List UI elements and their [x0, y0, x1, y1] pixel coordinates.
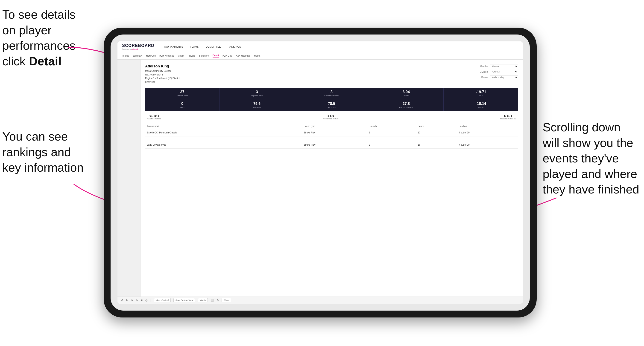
player-year: First Year: [145, 80, 180, 84]
stat-regional-rank: 3 Regional Rank: [220, 88, 294, 99]
toolbar-save-custom[interactable]: Save Custom View: [174, 298, 195, 302]
toolbar-view-original[interactable]: View: Original: [154, 298, 171, 302]
stat-wins: 0 Wins: [145, 99, 220, 111]
record-overall: 91-20-1 Overall Record: [148, 114, 161, 120]
stat-adj-score: 78.5 Adj Score: [294, 99, 369, 111]
player-info: Addison King Mesa Community College NJCA…: [145, 64, 180, 84]
player-label: Player: [477, 76, 488, 79]
event-type-2: [302, 136, 367, 141]
rounds-2: [367, 136, 416, 141]
stat-national-rank: 37 National Rank: [145, 88, 220, 99]
left-sidebar: [118, 60, 140, 297]
stat-sos-label: SoS: [446, 95, 516, 97]
annotation-right: Scrolling down will show you the events …: [543, 120, 640, 197]
score-3: 16: [416, 141, 457, 149]
division-label: Division: [477, 71, 488, 73]
stat-avg-sg-value: -10.14: [446, 102, 516, 106]
annotation-bottomleft: You can see rankings and key information: [2, 129, 90, 175]
logo-powered: Powered by clippd: [122, 48, 154, 50]
col-tournament: Tournament: [145, 124, 286, 129]
stat-avg-score-par-label: Avg Score to Par: [371, 106, 442, 108]
stat-wins-value: 0: [147, 102, 218, 106]
player-division: NJCAA Division 1: [145, 73, 180, 77]
records-row: 91-20-1 Overall Record 1-5-0 Record vs t…: [145, 114, 518, 120]
score-1: 17: [416, 129, 457, 136]
tablet-shell: SCOREBOARD Powered by clippd TOURNAMENTS…: [104, 28, 537, 318]
main-content: Addison King Mesa Community College NJCA…: [118, 60, 523, 297]
gender-select[interactable]: Women: [490, 64, 518, 68]
record-top50: 5-11-1 Record vs top 50: [500, 114, 516, 120]
nav-committee[interactable]: COMMITTEE: [206, 44, 221, 49]
stat-avg-score: 79.6 Avg Score: [220, 99, 294, 111]
subnav-teams[interactable]: Teams: [122, 54, 129, 58]
subnav-summary[interactable]: Summary: [132, 54, 142, 58]
subnav-h2h-grid2[interactable]: H2H Grid: [222, 54, 232, 58]
toolbar-grid[interactable]: ⊞: [140, 299, 142, 302]
col-empty: [286, 124, 302, 129]
tournament-name-2: [145, 136, 286, 141]
stat-national-rank-label: National Rank: [147, 95, 218, 97]
stat-avg-sg: -10.14 Avg SG: [444, 99, 518, 111]
top-nav: SCOREBOARD Powered by clippd TOURNAMENTS…: [118, 41, 523, 52]
player-college: Mesa Community College: [145, 69, 180, 73]
stat-avg-score-label: Avg Score: [222, 106, 292, 108]
toolbar-zoom-out[interactable]: ⊖: [136, 299, 138, 302]
logo-area: SCOREBOARD Powered by clippd: [122, 43, 154, 50]
toolbar-watch[interactable]: Watch: [198, 298, 208, 302]
subnav-h2h-heatmap2[interactable]: H2H Heatmap: [236, 54, 250, 58]
subnav-matrix[interactable]: Matrix: [178, 54, 184, 58]
position-1: 4 out of 20: [457, 129, 518, 136]
stat-national-rank-value: 37: [147, 90, 218, 94]
tournament-detail-3: [286, 141, 302, 149]
stat-sos: -19.71 SoS: [444, 88, 518, 99]
subnav-matrix2[interactable]: Matrix: [254, 54, 260, 58]
gender-control: Gender Women: [477, 64, 518, 68]
stat-regional-rank-label: Regional Rank: [222, 95, 292, 97]
tournament-name-3: Lady Coyote Invite: [145, 141, 286, 149]
col-score: Score: [416, 124, 457, 129]
record-overall-label: Overall Record: [148, 118, 161, 120]
tablet-screen: SCOREBOARD Powered by clippd TOURNAMENTS…: [118, 41, 523, 304]
subnav-summary2[interactable]: Summary: [199, 54, 209, 58]
nav-tournaments[interactable]: TOURNAMENTS: [164, 44, 183, 49]
toolbar-timer[interactable]: ◎: [145, 299, 148, 302]
sub-nav: Teams Summary H2H Grid H2H Heatmap Matri…: [118, 52, 523, 60]
record-top50-label: Record vs top 50: [500, 118, 516, 120]
record-top25-value: 1-5-0: [323, 114, 338, 118]
separator-1: |: [150, 299, 151, 302]
toolbar-screen[interactable]: ⬜: [210, 299, 214, 302]
toolbar-redo[interactable]: ↻: [126, 299, 128, 302]
subnav-h2h-grid[interactable]: H2H Grid: [146, 54, 156, 58]
tournament-detail-1: [286, 129, 302, 136]
player-control: Player Addison King: [477, 75, 518, 79]
annotation-bold: Detail: [29, 54, 62, 68]
nav-rankings[interactable]: RANKINGS: [228, 44, 241, 49]
player-select[interactable]: Addison King: [490, 75, 518, 79]
toolbar-settings[interactable]: ⚙: [216, 299, 219, 302]
stat-avg-score-par-value: 27.8: [371, 102, 442, 106]
subnav-players[interactable]: Players: [188, 54, 195, 58]
record-top25: 1-5-0 Record vs top 25: [323, 114, 338, 120]
player-name: Addison King: [145, 64, 180, 68]
toolbar-undo[interactable]: ↺: [121, 299, 123, 302]
stat-conference-rank: 3 Conference Rank: [294, 88, 369, 99]
subnav-detail[interactable]: Detail: [212, 54, 219, 58]
toolbar-share[interactable]: Share: [222, 298, 231, 302]
position-2: [457, 136, 518, 141]
logo-scoreboard: SCOREBOARD: [122, 43, 154, 48]
content-panel: Addison King Mesa Community College NJCA…: [140, 60, 523, 297]
stat-adj-score-label: Adj Score: [296, 106, 367, 108]
nav-teams[interactable]: TEAMS: [190, 44, 199, 49]
event-type-1: Stroke Play: [302, 129, 367, 136]
stat-adj-score-value: 78.5: [296, 102, 367, 106]
rounds-1: 2: [367, 129, 416, 136]
stat-avg-score-par: 27.8 Avg Score to Par: [369, 99, 444, 111]
tournament-name-1: Estella CC- Mountain Classic: [145, 129, 286, 136]
toolbar-zoom-in[interactable]: ⊕: [131, 299, 133, 302]
division-select[interactable]: NJCAA I: [490, 70, 518, 74]
player-header: Addison King Mesa Community College NJCA…: [145, 64, 518, 84]
table-row: Estella CC- Mountain Classic Stroke Play…: [145, 129, 518, 136]
subnav-h2h-heatmap[interactable]: H2H Heatmap: [160, 54, 174, 58]
player-region: Region 1 - Southwest (18) District: [145, 77, 180, 80]
record-overall-value: 91-20-1: [148, 114, 161, 118]
